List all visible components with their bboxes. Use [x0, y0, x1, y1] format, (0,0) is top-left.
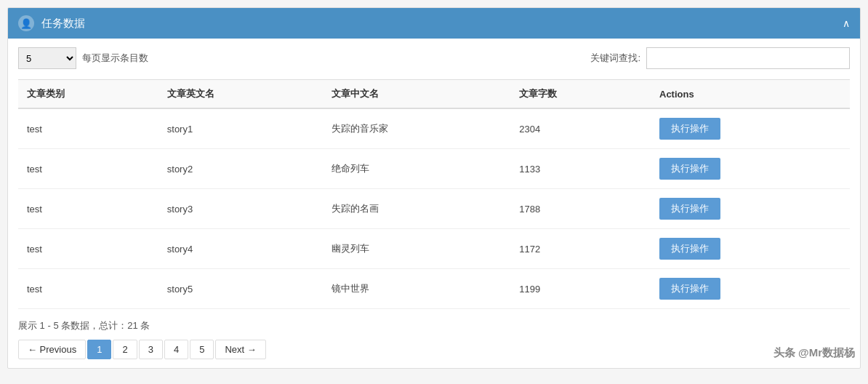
per-page-select[interactable]: 5 10 25 50 100: [18, 47, 76, 69]
cell-action: 执行操作: [651, 269, 850, 309]
panel-title: 任务数据: [41, 17, 85, 31]
keyword-input[interactable]: [646, 47, 850, 69]
prev-button[interactable]: ← Previous: [18, 340, 86, 359]
page-button-3[interactable]: 3: [139, 340, 163, 359]
cell-action: 执行操作: [651, 229, 850, 269]
cell-en-name: story4: [158, 229, 323, 269]
cell-action: 执行操作: [651, 189, 850, 229]
cell-category: test: [18, 269, 158, 309]
pagination: ← Previous 1 2 3 4 5 Next →: [18, 340, 850, 359]
table-header-row: 文章类别 文章英文名 文章中文名 文章字数 Actions: [18, 80, 850, 109]
cell-en-name: story2: [158, 149, 323, 189]
watermark: 头条 @Mr数据杨: [773, 346, 855, 360]
col-actions: Actions: [651, 80, 850, 109]
panel-header: 👤 任务数据 ∧: [8, 8, 860, 39]
col-zh-name: 文章中文名: [323, 80, 511, 109]
user-icon: 👤: [18, 15, 34, 31]
cell-category: test: [18, 189, 158, 229]
cell-zh-name: 幽灵列车: [323, 229, 511, 269]
table-row: test story4 幽灵列车 1172 执行操作: [18, 229, 850, 269]
cell-word-count: 1199: [510, 269, 651, 309]
cell-word-count: 2304: [510, 108, 651, 149]
table-row: test story3 失踪的名画 1788 执行操作: [18, 189, 850, 229]
cell-zh-name: 失踪的音乐家: [323, 108, 511, 149]
cell-category: test: [18, 108, 158, 149]
action-button-5[interactable]: 执行操作: [659, 278, 720, 300]
toolbar: 5 10 25 50 100 每页显示条目数 关键词查找:: [18, 47, 850, 69]
summary-text: 展示 1 - 5 条数据，总计：21 条: [18, 319, 850, 332]
action-button-4[interactable]: 执行操作: [659, 238, 720, 260]
data-table: 文章类别 文章英文名 文章中文名 文章字数 Actions test story…: [18, 79, 850, 309]
table-row: test story2 绝命列车 1133 执行操作: [18, 149, 850, 189]
cell-action: 执行操作: [651, 149, 850, 189]
keyword-label: 关键词查找:: [590, 52, 640, 65]
cell-zh-name: 镜中世界: [323, 269, 511, 309]
cell-word-count: 1133: [510, 149, 651, 189]
cell-category: test: [18, 229, 158, 269]
cell-en-name: story1: [158, 108, 323, 149]
cell-action: 执行操作: [651, 108, 850, 149]
cell-en-name: story3: [158, 189, 323, 229]
table-row: test story1 失踪的音乐家 2304 执行操作: [18, 108, 850, 149]
page-button-5[interactable]: 5: [190, 340, 214, 359]
cell-category: test: [18, 149, 158, 189]
table-row: test story5 镜中世界 1199 执行操作: [18, 269, 850, 309]
page-button-2[interactable]: 2: [113, 340, 137, 359]
col-word-count: 文章字数: [510, 80, 651, 109]
action-button-2[interactable]: 执行操作: [659, 158, 720, 180]
cell-word-count: 1172: [510, 229, 651, 269]
cell-en-name: story5: [158, 269, 323, 309]
panel-body: 5 10 25 50 100 每页显示条目数 关键词查找: 文章类别 文章英文名…: [8, 39, 860, 368]
col-en-name: 文章英文名: [158, 80, 323, 109]
cell-word-count: 1788: [510, 189, 651, 229]
next-button[interactable]: Next →: [215, 340, 265, 359]
page-button-4[interactable]: 4: [164, 340, 188, 359]
action-button-1[interactable]: 执行操作: [659, 118, 720, 140]
action-button-3[interactable]: 执行操作: [659, 198, 720, 220]
cell-zh-name: 绝命列车: [323, 149, 511, 189]
page-button-1[interactable]: 1: [87, 340, 111, 359]
collapse-icon[interactable]: ∧: [843, 17, 850, 29]
per-page-label: 每页显示条目数: [82, 52, 148, 65]
col-category: 文章类别: [18, 80, 158, 109]
cell-zh-name: 失踪的名画: [323, 189, 511, 229]
